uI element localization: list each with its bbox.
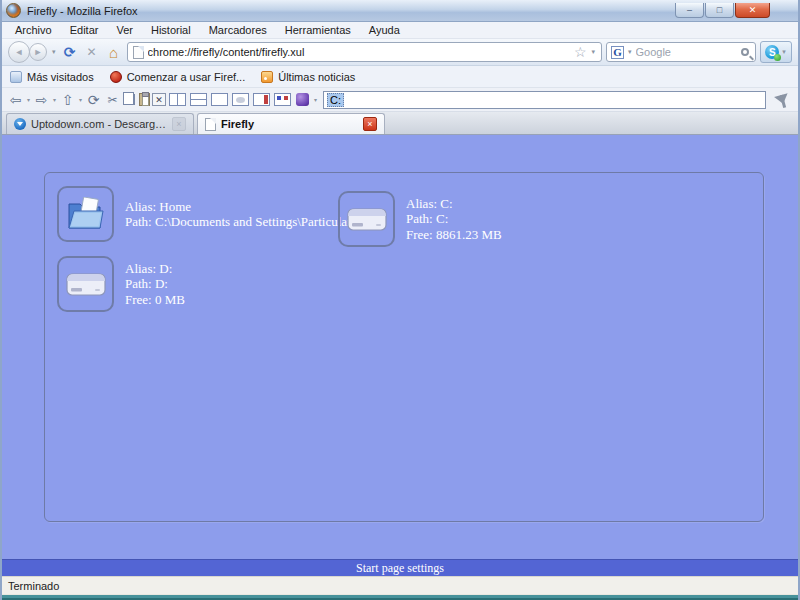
minimize-button[interactable]: – xyxy=(675,3,704,18)
back-button[interactable]: ◄ xyxy=(8,41,30,63)
entry-alias: Alias: D: xyxy=(125,261,172,276)
entry-icon-frame[interactable] xyxy=(57,256,114,312)
bookmark-mas-visitados[interactable]: Más visitados xyxy=(10,71,94,83)
entry-drive-d[interactable]: Alias: D: Path: D: Free: 0 MB xyxy=(57,256,185,312)
menu-ver[interactable]: Ver xyxy=(107,23,142,37)
menu-herramientas[interactable]: Herramientas xyxy=(276,23,360,37)
path-field[interactable]: C: xyxy=(323,91,766,109)
search-engine-dropdown[interactable]: ▾ xyxy=(627,48,633,56)
menu-editar[interactable]: Editar xyxy=(61,23,108,37)
status-bar: Terminado xyxy=(2,576,798,594)
entry-path: Path: C:\Documents and Settings\Particul… xyxy=(125,214,351,229)
entry-home[interactable]: Alias: Home Path: C:\Documents and Setti… xyxy=(57,186,351,242)
home-button[interactable]: ⌂ xyxy=(105,45,123,60)
maximize-button[interactable]: □ xyxy=(705,3,734,18)
entry-path: Path: D: xyxy=(125,276,168,291)
split-horizontal-view-icon[interactable] xyxy=(190,93,207,106)
cube-icon[interactable] xyxy=(296,93,309,106)
ff-up-dropdown[interactable]: ▾ xyxy=(78,96,83,103)
page-favicon xyxy=(133,46,144,59)
window-bottom-border xyxy=(2,594,798,600)
entries-groupbox: Alias: Home Path: C:\Documents and Setti… xyxy=(44,172,764,522)
tab-bar: Uptodown.com - Descarga de aplicacio... … xyxy=(2,112,798,135)
location-bar: ☆ ▾ xyxy=(127,42,602,62)
tab-close-icon[interactable]: × xyxy=(172,117,186,131)
cube-dropdown[interactable]: ▾ xyxy=(313,96,318,103)
ff-back-dropdown[interactable]: ▾ xyxy=(26,96,31,103)
bookmark-star-icon[interactable]: ☆ xyxy=(574,44,587,60)
menu-historial[interactable]: Historial xyxy=(142,23,200,37)
location-dropdown[interactable]: ▾ xyxy=(590,48,596,56)
preview-pane-view-icon[interactable] xyxy=(232,93,249,106)
navigation-toolbar: ◄ ► ▾ ⟳ ✕ ⌂ ☆ ▾ G ▾ S ▾ xyxy=(2,39,798,66)
menu-archivo[interactable]: Archivo xyxy=(6,23,61,37)
skype-dropdown[interactable]: ▾ xyxy=(781,48,787,56)
single-pane-view-icon[interactable] xyxy=(211,93,228,106)
google-engine-icon[interactable]: G xyxy=(611,46,624,59)
grid-view-icon[interactable] xyxy=(274,93,291,106)
bookmark-label: Comenzar a usar Firef... xyxy=(127,71,246,83)
start-page-settings-bar[interactable]: Start page settings xyxy=(2,559,798,576)
entry-text: Alias: C: Path: C: Free: 8861.23 MB xyxy=(406,196,502,243)
paste-icon[interactable] xyxy=(139,93,150,106)
firefly-toolbar: ⇦ ▾ ⇨ ▾ ⇧ ▾ ⟳ ✂ ✕ ▾ C: xyxy=(2,88,798,112)
rss-icon xyxy=(261,71,273,83)
getting-started-icon xyxy=(110,71,122,83)
drive-icon xyxy=(346,203,388,235)
tab-close-icon[interactable]: × xyxy=(363,117,377,131)
entry-path: Path: C: xyxy=(406,211,448,226)
entry-icon-frame[interactable] xyxy=(338,191,395,247)
ff-up-button[interactable]: ⇧ xyxy=(59,91,76,109)
tab-title: Firefly xyxy=(221,118,358,130)
menu-marcadores[interactable]: Marcadores xyxy=(200,23,276,37)
history-dropdown[interactable]: ▾ xyxy=(51,48,57,56)
back-icon: ◄ xyxy=(15,47,24,57)
ff-forward-dropdown[interactable]: ▾ xyxy=(52,96,57,103)
bookmark-comenzar[interactable]: Comenzar a usar Firef... xyxy=(110,71,246,83)
entry-alias: Alias: C: xyxy=(406,196,453,211)
entry-free: Free: 0 MB xyxy=(125,292,185,307)
bookmarks-toolbar: Más visitados Comenzar a usar Firef... Ú… xyxy=(2,66,798,88)
entry-alias: Alias: Home xyxy=(125,199,191,214)
firefly-favicon xyxy=(205,118,216,131)
window-title: Firefly - Mozilla Firefox xyxy=(27,5,138,17)
search-input[interactable] xyxy=(636,46,738,58)
split-vertical-view-icon[interactable] xyxy=(169,93,186,106)
url-input[interactable] xyxy=(148,46,570,58)
details-view-icon[interactable] xyxy=(253,93,270,106)
entry-icon-frame[interactable] xyxy=(57,186,114,242)
tab-firefly[interactable]: Firefly × xyxy=(197,113,385,134)
search-magnifier-icon[interactable] xyxy=(741,48,749,56)
filter-funnel-icon[interactable] xyxy=(774,93,790,105)
tab-uptodown[interactable]: Uptodown.com - Descarga de aplicacio... … xyxy=(6,113,194,134)
reload-button[interactable]: ⟳ xyxy=(61,45,79,59)
menu-ayuda[interactable]: Ayuda xyxy=(360,23,409,37)
start-page-settings-label: Start page settings xyxy=(356,561,444,576)
copy-icon[interactable] xyxy=(126,94,135,105)
ff-forward-button[interactable]: ⇨ xyxy=(33,91,50,109)
delete-button[interactable]: ✕ xyxy=(152,93,166,106)
skype-extension-button[interactable]: S ▾ xyxy=(760,41,792,63)
bookmark-label: Más visitados xyxy=(27,71,94,83)
ff-refresh-button[interactable]: ⟳ xyxy=(85,91,102,109)
cut-button[interactable]: ✂ xyxy=(104,91,121,109)
path-selected-text: C: xyxy=(327,93,344,107)
menu-bar: Archivo Editar Ver Historial Marcadores … xyxy=(2,22,798,39)
folder-icon xyxy=(66,197,106,231)
folder-icon xyxy=(10,71,22,83)
skype-icon: S xyxy=(765,45,779,59)
search-bar: G ▾ xyxy=(606,42,756,62)
forward-button[interactable]: ► xyxy=(29,43,47,61)
status-text: Terminado xyxy=(8,580,59,592)
window-controls: – □ ✕ xyxy=(675,3,794,18)
close-button[interactable]: ✕ xyxy=(735,3,770,18)
entry-text: Alias: D: Path: D: Free: 0 MB xyxy=(125,261,185,308)
firefox-logo-icon xyxy=(6,3,21,18)
stop-button[interactable]: ✕ xyxy=(83,46,101,58)
title-bar: Firefly - Mozilla Firefox – □ ✕ xyxy=(2,0,798,22)
entry-drive-c[interactable]: Alias: C: Path: C: Free: 8861.23 MB xyxy=(338,191,502,247)
ff-back-button[interactable]: ⇦ xyxy=(7,91,24,109)
tab-title: Uptodown.com - Descarga de aplicacio... xyxy=(31,118,167,130)
bookmark-ultimas-noticias[interactable]: Últimas noticias xyxy=(261,71,355,83)
entry-free: Free: 8861.23 MB xyxy=(406,227,502,242)
